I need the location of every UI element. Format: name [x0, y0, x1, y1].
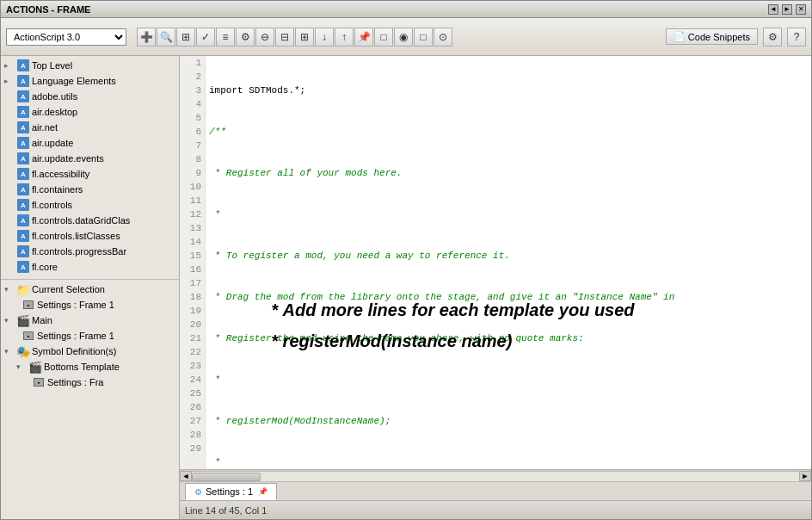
- sidebar-section-symbol-defs[interactable]: ▾ 🎭 Symbol Definition(s): [1, 344, 179, 359]
- main-area: ▸ A Top Level ▸ A Language Elements ▸ A …: [1, 56, 811, 519]
- as-icon: A: [16, 59, 30, 72]
- tab-settings-1[interactable]: ⚙ Settings : 1 📌: [185, 483, 277, 500]
- code-line-9: * registerMod(ModInstanceName);: [209, 414, 808, 428]
- line-numbers: 1 2 3 4 5 6 7 8 9 10 11 12 13 14 15 16 1: [180, 56, 206, 469]
- code-snippets-icon: 📄: [674, 31, 686, 42]
- as-icon: A: [16, 136, 30, 150]
- expand-icon: ▾: [4, 285, 15, 294]
- expand-icon: ▾: [4, 347, 15, 356]
- scroll-track-h[interactable]: [192, 471, 799, 481]
- code-line-6: * Drag the mod from the library onto the…: [209, 290, 808, 304]
- sidebar-label: Bottoms Template: [44, 362, 120, 372]
- as-icon: A: [16, 152, 30, 165]
- import-script-btn[interactable]: ↓: [315, 28, 334, 46]
- add-statement-btn[interactable]: ➕: [137, 28, 156, 46]
- settings-btn[interactable]: ⚙: [763, 28, 782, 46]
- find-btn[interactable]: 🔍: [157, 28, 175, 46]
- as-icon: A: [16, 245, 30, 258]
- pin-script-btn[interactable]: 📌: [354, 28, 373, 46]
- horizontal-scrollbar[interactable]: ◄ ►: [180, 469, 811, 481]
- scroll-right-btn[interactable]: ►: [799, 471, 811, 481]
- code-snippets-btn[interactable]: 📄 Code Snippets: [666, 28, 758, 45]
- language-select[interactable]: ActionScript 3.0: [6, 28, 126, 46]
- insert-path-btn[interactable]: ⊞: [176, 28, 195, 46]
- code-editor: 1 2 3 4 5 6 7 8 9 10 11 12 13 14 15 16 1: [180, 56, 811, 469]
- sidebar-section-current-selection[interactable]: ▾ 📁 Current Selection: [1, 282, 179, 297]
- spacer: ▸: [4, 201, 15, 209]
- sidebar-item-adobe-utils[interactable]: ▸ A adobe.utils: [1, 89, 179, 104]
- collapse-btn[interactable]: ◄: [768, 4, 778, 15]
- as-icon: A: [16, 105, 30, 119]
- check-syntax-btn[interactable]: ✓: [196, 28, 215, 46]
- as-icon: A: [16, 260, 30, 274]
- as-icon: A: [16, 198, 30, 212]
- sidebar-item-fl-accessibility[interactable]: ▸ A fl.accessibility: [1, 166, 179, 182]
- sidebar-item-air-net[interactable]: ▸ A air.net: [1, 120, 179, 135]
- close-btn[interactable]: ✕: [796, 4, 806, 15]
- btn-d[interactable]: ⊙: [434, 28, 452, 46]
- expand-icon: ▸: [4, 61, 15, 70]
- help-btn[interactable]: ?: [787, 28, 806, 46]
- toolbar: ActionScript 3.0 ➕ 🔍 ⊞ ✓ ≡ ⚙ ⊖ ⊟ ⊞ ↓ ↑ 📌: [1, 18, 811, 56]
- sidebar-item-settings-frame-1b[interactable]: ▪ Settings : Frame 1: [1, 328, 179, 344]
- export-script-btn[interactable]: ↑: [335, 28, 354, 46]
- collapse-btn2[interactable]: ⊖: [255, 28, 274, 46]
- scroll-left-btn[interactable]: ◄: [180, 471, 192, 481]
- symbol-icon: 🎭: [16, 344, 30, 358]
- as-icon: A: [16, 121, 30, 134]
- sidebar-label: fl.core: [32, 262, 58, 272]
- sidebar-scroll[interactable]: ▸ A Top Level ▸ A Language Elements ▸ A …: [1, 56, 179, 519]
- expand-btn[interactable]: ►: [782, 4, 792, 15]
- code-line-3: * Register all of your mods here.: [209, 166, 808, 180]
- expand-icon: ▾: [16, 362, 27, 371]
- debug-options-btn[interactable]: ⚙: [236, 28, 255, 46]
- sidebar-label: Settings : Frame 1: [37, 300, 114, 310]
- sidebar-item-top-level[interactable]: ▸ A Top Level: [1, 58, 179, 73]
- sidebar-label: fl.controls: [32, 200, 72, 210]
- btn-c[interactable]: □: [414, 28, 433, 46]
- code-line-8: *: [209, 373, 808, 387]
- sidebar-item-language[interactable]: ▸ A Language Elements: [1, 73, 179, 89]
- scroll-thumb-h[interactable]: [192, 473, 261, 481]
- title-bar-controls: ◄ ► ✕: [768, 4, 806, 15]
- sidebar-item-air-desktop[interactable]: ▸ A air.desktop: [1, 104, 179, 120]
- sidebar-item-fl-controls[interactable]: ▸ A fl.controls: [1, 197, 179, 213]
- sidebar-item-air-update-events[interactable]: ▸ A air.update.events: [1, 151, 179, 166]
- tab-pin-icon: 📌: [258, 487, 268, 496]
- code-line-7: * Register the mod using the name you ch…: [209, 331, 808, 345]
- toolbar-right: 📄 Code Snippets ⚙ ?: [666, 28, 806, 46]
- collapse-selection-btn[interactable]: ⊟: [275, 28, 294, 46]
- spacer: ▸: [4, 154, 15, 163]
- as-icon: A: [16, 90, 30, 103]
- folder-icon: 📁: [16, 282, 30, 296]
- sidebar-item-fl-datagrid[interactable]: ▸ A fl.controls.dataGridClas: [1, 213, 179, 228]
- spacer: ▸: [4, 170, 15, 178]
- actions-frame-window: ACTIONS - FRAME ◄ ► ✕ ActionScript 3.0 ➕…: [0, 0, 812, 520]
- sidebar-section-main[interactable]: ▾ 🎬 Main: [1, 313, 179, 328]
- sidebar-item-bottoms-template[interactable]: ▾ 🎬 Bottoms Template: [1, 359, 179, 375]
- sidebar-item-settings-fra[interactable]: ▪ Settings : Fra: [1, 375, 179, 390]
- sidebar-item-fl-core[interactable]: ▸ A fl.core: [1, 259, 179, 275]
- frame-icon: ▪: [22, 329, 35, 343]
- sidebar-item-fl-list[interactable]: ▸ A fl.controls.listClasses: [1, 228, 179, 244]
- sidebar-item-air-update[interactable]: ▸ A air.update: [1, 135, 179, 151]
- expand-icon: ▸: [4, 77, 15, 85]
- auto-format-btn[interactable]: ≡: [216, 28, 235, 46]
- sidebar-item-fl-containers[interactable]: ▸ A fl.containers: [1, 182, 179, 197]
- spacer: ▸: [4, 263, 15, 271]
- editor-area: 1 2 3 4 5 6 7 8 9 10 11 12 13 14 15 16 1: [180, 56, 811, 519]
- movie-icon: 🎬: [16, 313, 30, 327]
- code-content[interactable]: import SDTMods.*; /** * Register all of …: [206, 56, 811, 469]
- sidebar-label: air.update: [32, 138, 73, 148]
- title-bar: ACTIONS - FRAME ◄ ► ✕: [1, 1, 811, 18]
- btn-a[interactable]: □: [374, 28, 393, 46]
- sidebar-label: fl.controls.listClasses: [32, 231, 120, 241]
- sidebar-label: air.net: [32, 122, 58, 133]
- sidebar-item-settings-frame-1a[interactable]: ▪ Settings : Frame 1: [1, 297, 179, 313]
- expand-all-btn[interactable]: ⊞: [295, 28, 314, 46]
- sidebar-item-fl-progress[interactable]: ▸ A fl.controls.progressBar: [1, 244, 179, 259]
- btn-b[interactable]: ◉: [394, 28, 413, 46]
- sidebar-label: air.update.events: [32, 153, 104, 164]
- tab-bar: ⚙ Settings : 1 📌: [180, 481, 811, 500]
- as-icon: A: [16, 229, 30, 243]
